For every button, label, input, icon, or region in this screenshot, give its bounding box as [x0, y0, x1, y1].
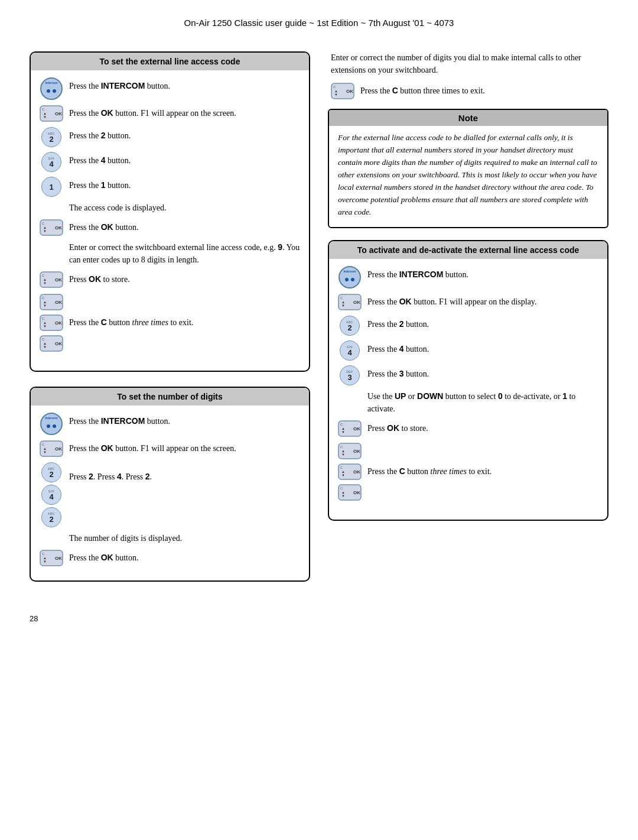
- section3-content: Intercom Press the INTERCOM button.: [329, 266, 607, 506]
- ok-icon: C ▲ ▼ OK: [338, 442, 362, 460]
- step-row: C ▲ ▼ OK Press the C button three times …: [338, 463, 598, 481]
- svg-text:▼: ▼: [43, 560, 47, 563]
- step-row: C ▲ ▼ OK Press OK to store.: [40, 271, 300, 288]
- step-row: Intercom Press the INTERCOM button.: [40, 77, 300, 100]
- step-row: C ▲ ▼ OK Press the OK button. F1 will ap…: [40, 440, 300, 458]
- ok-icon: C ▲ ▼ OK: [40, 219, 63, 236]
- page-header: On-Air 1250 Classic user guide ~ 1st Edi…: [30, 18, 608, 28]
- svg-text:▼: ▼: [43, 229, 47, 233]
- svg-text:▼: ▼: [43, 281, 47, 285]
- ok-icon: C ▲ ▼ OK: [338, 463, 362, 481]
- svg-text:OK: OK: [55, 556, 62, 561]
- step-text: Press the INTERCOM button.: [367, 266, 598, 281]
- ok-icon: C ▲ ▼ OK: [40, 271, 63, 288]
- step-text: Press the 3 button.: [367, 365, 598, 380]
- section2-title: To set the number of digits: [31, 388, 309, 406]
- svg-text:▼: ▼: [43, 450, 47, 454]
- digits-extra-content: Enter or correct the number of digits yo…: [328, 51, 608, 100]
- num2-icon: ABC 2: [40, 127, 63, 147]
- num2-icon: ABC 2: [338, 316, 362, 336]
- main-content: To set the external line access code Int…: [30, 51, 608, 596]
- svg-text:C: C: [42, 552, 45, 556]
- svg-text:▼: ▼: [334, 93, 338, 96]
- step-text: [69, 335, 300, 337]
- step-text: Press the 4 button.: [69, 152, 300, 167]
- ok-icon: C ▲ ▼ OK: [40, 440, 63, 458]
- ok-button-svg: C ▲ ▼ OK: [338, 293, 362, 311]
- section1-title: To set the external line access code: [31, 53, 309, 70]
- step-text-242: Press 2. Press 4. Press 2.: [69, 462, 300, 483]
- svg-text:▼: ▼: [341, 473, 345, 477]
- step-row: C ▲ ▼ OK: [338, 442, 598, 460]
- ok-button-svg: C ▲ ▼ OK: [40, 335, 63, 352]
- num3-icon: DEF 3: [338, 365, 362, 385]
- num1-icon: 1: [40, 177, 63, 197]
- section2-content: Intercom Press the INTERCOM button.: [31, 413, 309, 567]
- svg-text:▼: ▼: [341, 494, 345, 498]
- ok-icon: C ▲ ▼ OK: [338, 420, 362, 437]
- svg-text:C: C: [42, 274, 45, 277]
- step-text: Press the OK button.: [69, 549, 300, 564]
- step-row: C ▲ ▼ OK: [40, 293, 300, 311]
- note-box: Note For the external line access code t…: [328, 109, 608, 228]
- svg-text:OK: OK: [353, 469, 360, 475]
- intercom-button: Intercom: [40, 77, 63, 100]
- step-text-only: Enter or correct the switchboard externa…: [69, 241, 300, 266]
- svg-text:C: C: [340, 445, 343, 449]
- intercom-icon: Intercom: [40, 77, 63, 100]
- step-row: C ▲ ▼ OK Press the C button three times …: [331, 82, 608, 100]
- num4-icon: GHI 4: [40, 152, 63, 172]
- ok-icon: C ▲ ▼ OK: [40, 314, 63, 332]
- svg-text:▼: ▼: [341, 304, 345, 307]
- ok-button-svg: C ▲ ▼ OK: [338, 484, 362, 501]
- step-text: [367, 484, 598, 486]
- step-text: Press the C button three times to exit.: [360, 82, 608, 97]
- step-text-only: The access code is displayed.: [69, 202, 300, 214]
- svg-text:OK: OK: [55, 225, 62, 231]
- note-content: For the external line access code to be …: [329, 132, 607, 218]
- num4-button: GHI 4: [41, 485, 61, 505]
- section-number-digits: To set the number of digits Intercom P: [30, 387, 310, 582]
- step-row: C ▲ ▼ OK Press the OK button. F1 will ap…: [40, 105, 300, 122]
- step-row: C ▲ ▼ OK Press the OK button.: [40, 219, 300, 236]
- ok-button-svg: C ▲ ▼ OK: [40, 314, 63, 332]
- ok-icon: C ▲ ▼ OK: [338, 293, 362, 311]
- num2b-button: ABC 2: [41, 507, 61, 527]
- step-row: DEF 3 Press the 3 button.: [338, 365, 598, 385]
- svg-text:▼: ▼: [43, 304, 47, 307]
- svg-text:C: C: [340, 487, 343, 490]
- svg-text:▼: ▼: [341, 430, 345, 434]
- step-row: ABC 2 Press the 2 button.: [40, 127, 300, 147]
- svg-text:C: C: [340, 296, 343, 300]
- svg-text:OK: OK: [55, 341, 62, 346]
- svg-text:OK: OK: [55, 111, 62, 116]
- svg-text:OK: OK: [346, 89, 353, 94]
- step-row: Intercom Press the INTERCOM button.: [40, 413, 300, 435]
- svg-text:C: C: [340, 466, 343, 469]
- ok-button-svg: C ▲ ▼ OK: [338, 442, 362, 460]
- step-text-only: Use the UP or DOWN button to select 0 to…: [367, 390, 598, 415]
- num3-button: DEF 3: [340, 365, 360, 385]
- num2-button: ABC 2: [41, 127, 61, 147]
- svg-text:▼: ▼: [43, 115, 47, 119]
- num4-icon: GHI 4: [338, 340, 362, 361]
- ok-button-svg: C ▲ ▼ OK: [40, 549, 63, 567]
- ok-icon: C ▲ ▼ OK: [40, 105, 63, 122]
- svg-text:▼: ▼: [43, 345, 47, 349]
- ok-button-svg: C ▲ ▼ OK: [40, 105, 63, 122]
- svg-text:OK: OK: [353, 300, 360, 305]
- svg-text:OK: OK: [353, 426, 360, 432]
- svg-text:C: C: [42, 338, 45, 341]
- num2-button: ABC 2: [41, 462, 61, 482]
- step-text: Press the OK button. F1 will appear on t…: [69, 105, 300, 119]
- step-text: Press the INTERCOM button.: [69, 77, 300, 92]
- ok-button-svg: C ▲ ▼ OK: [338, 420, 362, 437]
- step-row: GHI 4 Press the 4 button.: [338, 340, 598, 361]
- step-text: Press the OK button. F1 will appear on t…: [69, 440, 300, 455]
- step-text: Press the INTERCOM button.: [69, 413, 300, 427]
- intercom-icon: Intercom: [40, 413, 63, 435]
- intercom-button: Intercom: [40, 413, 63, 435]
- page-number: 28: [30, 614, 608, 623]
- step-text: Press the C button three times to exit.: [367, 463, 598, 478]
- svg-text:▼: ▼: [341, 453, 345, 456]
